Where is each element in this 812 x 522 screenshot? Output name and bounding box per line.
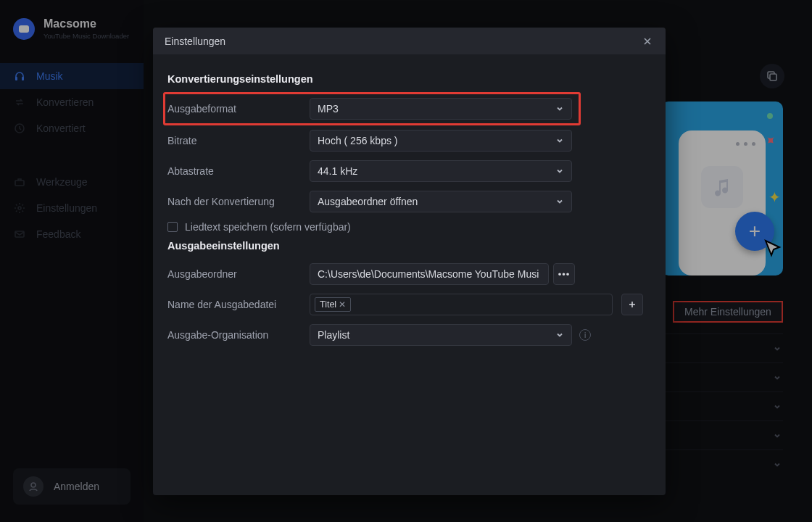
select-output-format[interactable]: MP3 bbox=[310, 98, 572, 120]
select-value: Playlist bbox=[318, 329, 349, 341]
field-organization: Ausgabe-Organisation Playlist i bbox=[167, 324, 651, 346]
chevron-down-icon bbox=[555, 197, 564, 206]
field-file-name: Name der Ausgabedatei Titel ✕ bbox=[167, 294, 651, 315]
select-value: MP3 bbox=[318, 103, 339, 115]
chevron-down-icon bbox=[555, 136, 564, 145]
chevron-down-icon bbox=[555, 331, 564, 339]
select-value: Ausgabeordner öffnen bbox=[318, 196, 418, 207]
field-label: Nach der Konvertierung bbox=[167, 196, 310, 207]
field-label: Ausgabeordner bbox=[167, 268, 310, 280]
select-value: Hoch ( 256 kbps ) bbox=[318, 135, 398, 146]
section-conversion-title: Konvertierungseinstellungen bbox=[167, 73, 651, 85]
modal-title: Einstellungen bbox=[165, 36, 225, 47]
file-name-tag: Titel ✕ bbox=[315, 297, 351, 312]
field-label: Name der Ausgabedatei bbox=[167, 299, 310, 310]
file-name-input[interactable]: Titel ✕ bbox=[310, 294, 613, 315]
field-output-format: Ausgabeformat MP3 bbox=[167, 96, 651, 121]
add-tag-button[interactable] bbox=[621, 294, 643, 315]
browse-button[interactable]: ••• bbox=[553, 263, 575, 285]
info-icon[interactable]: i bbox=[579, 329, 591, 341]
checkbox-label: Liedtext speichern (sofern verfügbar) bbox=[185, 221, 351, 233]
close-icon[interactable] bbox=[641, 35, 654, 48]
output-folder-value: C:\Users\de\Documents\Macsome YouTube Mu… bbox=[318, 268, 539, 280]
checkbox-save-lyrics[interactable]: Liedtext speichern (sofern verfügbar) bbox=[167, 221, 651, 233]
field-label: Ausgabeformat bbox=[167, 103, 310, 115]
select-value: 44.1 kHz bbox=[318, 165, 357, 177]
select-organization[interactable]: Playlist bbox=[310, 324, 572, 346]
field-label: Abtastrate bbox=[167, 165, 310, 177]
chevron-down-icon bbox=[555, 104, 564, 113]
field-bitrate: Bitrate Hoch ( 256 kbps ) bbox=[167, 130, 651, 152]
settings-modal: Einstellungen Konvertierungseinstellunge… bbox=[153, 28, 666, 495]
field-sample-rate: Abtastrate 44.1 kHz bbox=[167, 160, 651, 182]
field-output-folder: Ausgabeordner C:\Users\de\Documents\Macs… bbox=[167, 263, 651, 285]
select-after-convert[interactable]: Ausgabeordner öffnen bbox=[310, 191, 572, 212]
app-shell: Macsome YouTube Music Downloader Musik K… bbox=[0, 0, 812, 522]
select-bitrate[interactable]: Hoch ( 256 kbps ) bbox=[310, 130, 572, 152]
modal-header: Einstellungen bbox=[153, 28, 666, 54]
select-sample-rate[interactable]: 44.1 kHz bbox=[310, 160, 572, 182]
field-label: Ausgabe-Organisation bbox=[167, 329, 310, 341]
field-after-convert: Nach der Konvertierung Ausgabeordner öff… bbox=[167, 191, 651, 212]
remove-tag-icon[interactable]: ✕ bbox=[337, 299, 347, 310]
field-label: Bitrate bbox=[167, 135, 310, 146]
checkbox-icon bbox=[167, 222, 178, 232]
output-folder-input[interactable]: C:\Users\de\Documents\Macsome YouTube Mu… bbox=[310, 263, 549, 285]
section-output-title: Ausgabeeinstellungen bbox=[167, 240, 651, 252]
chevron-down-icon bbox=[555, 167, 564, 175]
modal-body: Konvertierungseinstellungen Ausgabeforma… bbox=[153, 54, 666, 366]
